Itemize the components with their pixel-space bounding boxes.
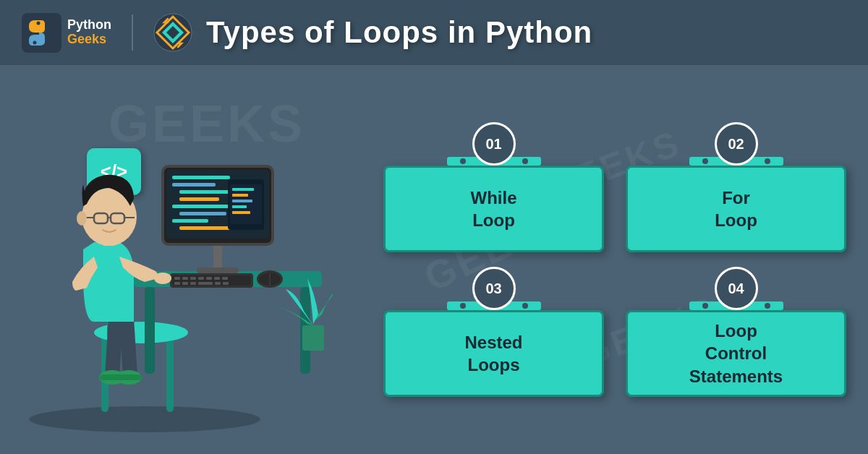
svg-rect-53	[302, 325, 324, 351]
svg-point-2	[33, 40, 37, 44]
svg-rect-48	[215, 282, 221, 285]
svg-rect-22	[179, 197, 219, 201]
svg-rect-40	[198, 277, 204, 280]
svg-rect-19	[172, 176, 230, 179]
svg-rect-9	[166, 333, 174, 412]
svg-rect-46	[190, 282, 196, 285]
svg-rect-57	[116, 374, 142, 380]
svg-rect-31	[232, 200, 252, 202]
svg-rect-49	[223, 282, 229, 285]
svg-point-7	[29, 406, 260, 432]
svg-rect-38	[182, 277, 188, 280]
card-nested-loops: 03 NestedLoops	[383, 267, 604, 397]
svg-rect-45	[182, 282, 188, 285]
loop-control-card: LoopControlStatements	[626, 310, 846, 397]
for-loop-card: ForLoop	[626, 166, 846, 252]
person-illustration	[0, 65, 333, 441]
svg-rect-39	[190, 277, 196, 280]
brand-geeks: Geeks	[67, 33, 111, 47]
svg-rect-32	[232, 205, 247, 208]
header: Python Geeks Types of Loops in Python	[0, 0, 868, 65]
svg-rect-47	[198, 282, 213, 285]
svg-rect-44	[174, 282, 180, 285]
svg-rect-24	[179, 212, 226, 215]
while-loop-card: WhileLoop	[383, 166, 604, 252]
for-loop-label: ForLoop	[715, 187, 757, 231]
page-title: Types of Loops in Python	[206, 15, 592, 50]
content-area: 01 WhileLoop 02 ForLoop 03 NestedLoop	[362, 65, 868, 454]
python-geeks-logo	[22, 13, 61, 53]
python-icon	[153, 13, 193, 53]
svg-point-66	[77, 211, 87, 226]
svg-point-1	[37, 21, 41, 25]
illustration-area: </>	[0, 65, 369, 454]
number-01: 01	[472, 122, 516, 166]
loop-control-label: LoopControlStatements	[689, 320, 783, 387]
svg-rect-25	[172, 219, 208, 223]
svg-rect-21	[179, 190, 230, 194]
svg-rect-30	[232, 194, 248, 197]
svg-rect-37	[174, 277, 180, 280]
svg-rect-20	[172, 183, 216, 187]
logo-area: Python Geeks	[22, 13, 111, 53]
nested-loops-label: NestedLoops	[464, 331, 522, 376]
while-loop-label: WhileLoop	[471, 187, 517, 231]
card-for-loop: 02 ForLoop	[626, 122, 846, 252]
svg-rect-23	[172, 205, 237, 208]
card-while-loop: 01 WhileLoop	[383, 122, 604, 252]
number-02: 02	[715, 122, 758, 166]
card-loop-control: 04 LoopControlStatements	[626, 267, 846, 397]
cards-grid: 01 WhileLoop 02 ForLoop 03 NestedLoop	[362, 108, 868, 411]
svg-point-58	[154, 273, 171, 284]
svg-rect-29	[232, 188, 254, 191]
svg-rect-26	[179, 226, 234, 230]
svg-rect-33	[232, 211, 250, 214]
brand-text: Python Geeks	[67, 18, 111, 47]
svg-rect-16	[197, 267, 239, 273]
svg-rect-13	[145, 287, 155, 374]
number-04: 04	[715, 267, 758, 310]
svg-rect-43	[222, 277, 228, 280]
number-03: 03	[472, 267, 516, 310]
svg-rect-42	[214, 277, 220, 280]
svg-rect-41	[206, 277, 212, 280]
nested-loops-card: NestedLoops	[383, 310, 604, 397]
header-divider	[132, 14, 133, 51]
brand-python: Python	[67, 18, 111, 33]
